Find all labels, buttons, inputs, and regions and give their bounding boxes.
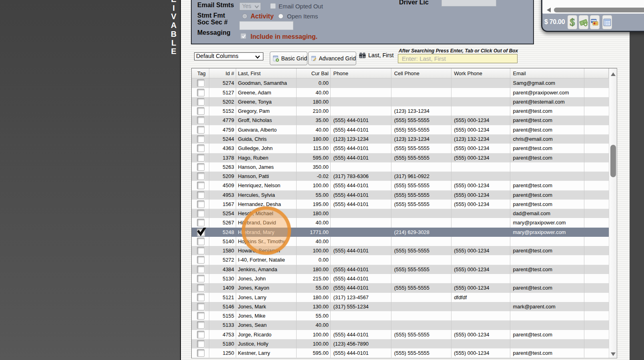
svg-text:$: $ xyxy=(570,17,575,28)
